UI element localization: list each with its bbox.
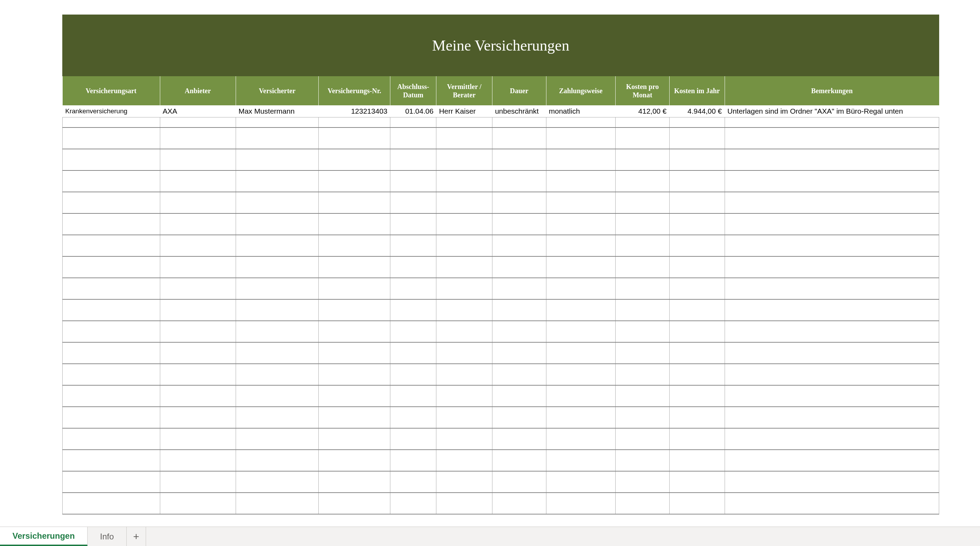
- cell-empty[interactable]: [436, 213, 492, 235]
- cell-empty[interactable]: [669, 171, 725, 192]
- cell-empty[interactable]: [616, 299, 670, 321]
- cell-empty[interactable]: [546, 364, 616, 385]
- cell-empty[interactable]: [319, 364, 390, 385]
- cell-empty[interactable]: [546, 213, 616, 235]
- cell-empty[interactable]: [63, 128, 160, 149]
- cell-empty[interactable]: [492, 192, 546, 213]
- cell-empty[interactable]: [492, 235, 546, 256]
- cell-empty[interactable]: [669, 235, 725, 256]
- cell-empty[interactable]: [235, 385, 319, 407]
- cell-dauer[interactable]: unbeschränkt: [492, 105, 546, 117]
- cell-empty[interactable]: [160, 278, 235, 299]
- cell-empty[interactable]: [319, 321, 390, 342]
- cell-empty[interactable]: [63, 364, 160, 385]
- cell-empty[interactable]: [546, 192, 616, 213]
- table-row[interactable]: [63, 117, 939, 128]
- cell-empty[interactable]: [492, 428, 546, 450]
- cell-empty[interactable]: [492, 149, 546, 171]
- cell-abschluss[interactable]: 01.04.06: [390, 105, 436, 117]
- cell-empty[interactable]: [436, 128, 492, 149]
- cell-empty[interactable]: [436, 278, 492, 299]
- cell-empty[interactable]: [492, 471, 546, 493]
- cell-empty[interactable]: [546, 428, 616, 450]
- cell-empty[interactable]: [235, 342, 319, 364]
- cell-empty[interactable]: [725, 493, 939, 514]
- cell-empty[interactable]: [235, 321, 319, 342]
- cell-empty[interactable]: [160, 299, 235, 321]
- cell-empty[interactable]: [390, 342, 436, 364]
- cell-empty[interactable]: [436, 428, 492, 450]
- cell-empty[interactable]: [546, 493, 616, 514]
- col-header-vermittler[interactable]: Vermittler / Berater: [436, 76, 492, 105]
- cell-empty[interactable]: [390, 192, 436, 213]
- cell-empty[interactable]: [390, 149, 436, 171]
- cell-empty[interactable]: [390, 117, 436, 128]
- table-row[interactable]: [63, 342, 939, 364]
- cell-empty[interactable]: [160, 471, 235, 493]
- cell-empty[interactable]: [319, 256, 390, 278]
- cell-empty[interactable]: [725, 342, 939, 364]
- cell-empty[interactable]: [390, 471, 436, 493]
- cell-empty[interactable]: [669, 278, 725, 299]
- cell-kosten-monat[interactable]: 412,00 €: [616, 105, 670, 117]
- worksheet-area[interactable]: Meine Versicherungen Versicherungsart An…: [0, 0, 980, 527]
- cell-empty[interactable]: [546, 385, 616, 407]
- cell-empty[interactable]: [616, 149, 670, 171]
- cell-empty[interactable]: [63, 407, 160, 428]
- cell-empty[interactable]: [725, 364, 939, 385]
- cell-empty[interactable]: [436, 171, 492, 192]
- cell-empty[interactable]: [319, 471, 390, 493]
- cell-empty[interactable]: [160, 256, 235, 278]
- cell-empty[interactable]: [725, 321, 939, 342]
- cell-empty[interactable]: [390, 407, 436, 428]
- cell-empty[interactable]: [492, 493, 546, 514]
- cell-empty[interactable]: [235, 256, 319, 278]
- cell-empty[interactable]: [669, 493, 725, 514]
- table-row[interactable]: [63, 428, 939, 450]
- cell-empty[interactable]: [63, 213, 160, 235]
- cell-empty[interactable]: [669, 407, 725, 428]
- cell-empty[interactable]: [390, 213, 436, 235]
- cell-empty[interactable]: [492, 256, 546, 278]
- table-row[interactable]: [63, 299, 939, 321]
- cell-empty[interactable]: [63, 192, 160, 213]
- cell-empty[interactable]: [436, 493, 492, 514]
- cell-empty[interactable]: [725, 299, 939, 321]
- cell-empty[interactable]: [616, 407, 670, 428]
- cell-empty[interactable]: [546, 256, 616, 278]
- cell-empty[interactable]: [436, 235, 492, 256]
- cell-empty[interactable]: [546, 471, 616, 493]
- cell-empty[interactable]: [390, 128, 436, 149]
- cell-empty[interactable]: [492, 321, 546, 342]
- cell-empty[interactable]: [436, 299, 492, 321]
- cell-empty[interactable]: [390, 364, 436, 385]
- cell-empty[interactable]: [616, 235, 670, 256]
- cell-empty[interactable]: [492, 364, 546, 385]
- cell-empty[interactable]: [725, 117, 939, 128]
- cell-empty[interactable]: [319, 192, 390, 213]
- cell-empty[interactable]: [436, 149, 492, 171]
- col-header-abschluss[interactable]: Abschluss-Datum: [390, 76, 436, 105]
- cell-anbieter[interactable]: AXA: [160, 105, 235, 117]
- table-row[interactable]: [63, 128, 939, 149]
- cell-empty[interactable]: [546, 128, 616, 149]
- cell-empty[interactable]: [436, 385, 492, 407]
- cell-empty[interactable]: [319, 235, 390, 256]
- cell-empty[interactable]: [160, 364, 235, 385]
- cell-empty[interactable]: [616, 213, 670, 235]
- cell-empty[interactable]: [546, 321, 616, 342]
- cell-empty[interactable]: [669, 342, 725, 364]
- cell-empty[interactable]: [669, 450, 725, 471]
- cell-empty[interactable]: [546, 342, 616, 364]
- table-row[interactable]: [63, 171, 939, 192]
- cell-empty[interactable]: [616, 450, 670, 471]
- cell-empty[interactable]: [725, 256, 939, 278]
- cell-empty[interactable]: [235, 428, 319, 450]
- sheet-tab-info[interactable]: Info: [88, 527, 127, 546]
- cell-empty[interactable]: [160, 117, 235, 128]
- cell-empty[interactable]: [235, 171, 319, 192]
- cell-empty[interactable]: [319, 128, 390, 149]
- cell-empty[interactable]: [319, 493, 390, 514]
- cell-empty[interactable]: [546, 407, 616, 428]
- cell-empty[interactable]: [160, 407, 235, 428]
